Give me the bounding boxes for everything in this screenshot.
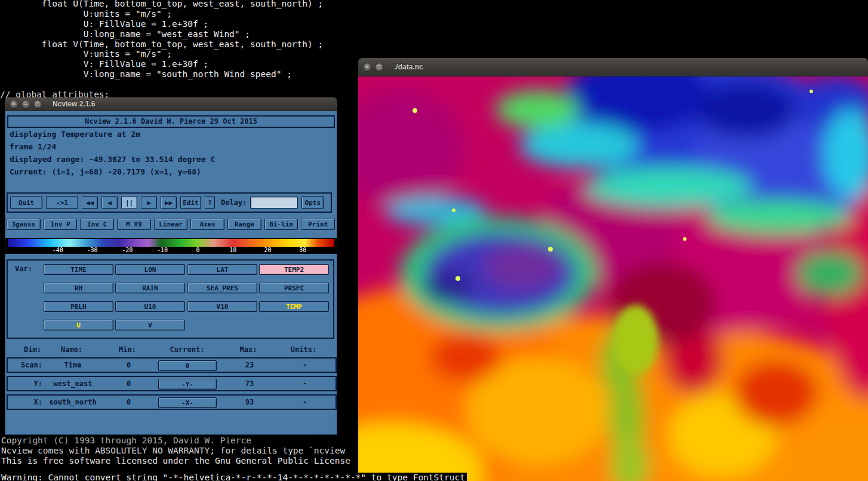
terminal-line: V:long_name = "south_north Wind speed" ; [0, 69, 323, 79]
axes-button[interactable]: Axes [190, 219, 224, 230]
dim-row-y: Y: west_east 0 -Y- 73 - [7, 376, 337, 391]
step-forward-button[interactable]: ▶ [141, 196, 157, 209]
var-label: Var: [15, 265, 32, 273]
close-icon[interactable]: × [363, 63, 372, 72]
dim-max: 23 [223, 359, 276, 372]
terminal-line: U:units = "m/s" ; [0, 9, 323, 19]
var-button-u10[interactable]: U10 [115, 301, 185, 312]
interpolation-button[interactable]: Bi-lin [264, 219, 298, 230]
data-viewer-title: ./data.nc [394, 63, 423, 71]
minimize-icon[interactable]: – [21, 100, 30, 109]
dim-min: 0 [103, 377, 154, 390]
dim-units: - [276, 377, 333, 390]
terminal-output-bottom: Copyright (C) 1993 through 2015, David W… [1, 436, 350, 466]
status-current-value: Current: (i=1, j=68) -20.7179 (x=1, y=68… [10, 167, 201, 176]
delay-input[interactable] [250, 197, 298, 209]
dim-header-units: Units: [275, 345, 332, 354]
range-button[interactable]: Range [227, 219, 261, 230]
data-viewer-titlebar[interactable]: × □ ./data.nc [358, 58, 868, 76]
var-button-lat[interactable]: LAT [187, 264, 257, 275]
terminal-line: float U(Time, bottom_to_top, west_east, … [0, 0, 323, 9]
terminal-output-top: float U(Time, bottom_to_top, west_east, … [0, 0, 323, 100]
status-range: displayed range: -49.3627 to 33.514 degr… [10, 155, 215, 164]
temperature-map [358, 76, 868, 481]
dim-current-button[interactable]: 0 [158, 360, 217, 371]
terminal-line: V:units = "m/s" ; [0, 49, 323, 59]
dim-header-dim: Dim: [7, 345, 41, 354]
dim-header-name: Name: [41, 345, 102, 354]
colormap-button[interactable]: 3gauss [7, 219, 41, 230]
colorbar: -40 -30 -20 -10 0 10 20 30 [5, 238, 337, 254]
data-viewer-window: × □ ./data.nc [358, 58, 868, 481]
var-button-sea-pres[interactable]: SEA_PRES [187, 283, 257, 293]
dim-max: 93 [223, 396, 276, 409]
step-back-button[interactable]: ◀ [101, 196, 118, 209]
dim-units: - [276, 359, 333, 372]
dim-row-x: X: south_north 0 -X- 93 - [7, 394, 337, 410]
var-button-v[interactable]: V [115, 320, 185, 330]
dim-min: 0 [103, 396, 154, 409]
opts-button[interactable]: Opts [301, 196, 324, 209]
quit-button[interactable]: Quit [10, 196, 42, 209]
magnify-button[interactable]: M X9 [117, 219, 151, 230]
terminal-line: Copyright (C) 1993 through 2015, David W… [1, 436, 350, 446]
pause-button[interactable]: || [121, 196, 137, 209]
dim-name: south_north [42, 396, 103, 409]
maximize-icon[interactable]: □ [375, 63, 384, 72]
rewind-button[interactable]: ◀◀ [82, 196, 98, 209]
dim-current-button[interactable]: -Y- [158, 379, 217, 390]
terminal-line: U:long_name = "west_east Wind" ; [0, 29, 323, 39]
var-button-temp2[interactable]: TEMP2 [259, 264, 329, 275]
close-icon[interactable]: × [10, 100, 19, 109]
dim-row-scan: Scan: Time 0 0 23 - [7, 357, 337, 373]
edit-button[interactable]: Edit [180, 196, 201, 209]
var-button-rh[interactable]: RH [44, 283, 113, 293]
help-button[interactable]: ? [205, 196, 215, 209]
dim-name: Time [42, 359, 103, 372]
ncview-titlebar[interactable]: × – □ Ncview 2.1.6 [5, 97, 337, 111]
dim-header-current: Current: [153, 345, 221, 354]
terminal-warning-line: Warning: Cannot convert string "-*-helve… [0, 473, 467, 481]
dim-table-header: Dim: Name: Min: Current: Max: Units: [7, 345, 337, 354]
ncview-window-title: Ncview 2.1.6 [53, 100, 95, 108]
terminal-line: Ncview comes with ABSOLUTELY NO WARRANTY… [1, 446, 350, 456]
delay-label: Delay: [221, 196, 247, 209]
var-button-time[interactable]: TIME [44, 264, 113, 275]
dim-label: Y: [8, 377, 42, 390]
var-button-pblh[interactable]: PBLH [44, 301, 113, 312]
colorbar-tick: 20 [264, 247, 272, 253]
dim-current-button[interactable]: -X- [158, 397, 217, 408]
fast-forward-button[interactable]: ▶▶ [161, 196, 177, 209]
dim-min: 0 [103, 359, 154, 372]
transform-button[interactable]: Linear [154, 219, 188, 230]
version-banner: Ncview 2.1.6 David W. Pierce 29 Oct 2015 [7, 115, 335, 128]
map-canvas[interactable] [358, 76, 868, 481]
dim-name: west_east [42, 377, 103, 390]
colorbar-tick: -10 [157, 247, 168, 253]
var-button-prsfc[interactable]: PRSFC [259, 283, 329, 293]
invert-colors-button[interactable]: Inv C [80, 219, 114, 230]
colorbar-tick: 0 [196, 247, 199, 253]
colorbar-tick: -30 [87, 247, 97, 253]
status-frame: frame 1/24 [10, 142, 56, 151]
colorbar-gradient[interactable] [8, 239, 334, 247]
invert-physical-button[interactable]: Inv P [44, 219, 78, 230]
print-button[interactable]: Print [301, 219, 335, 230]
dim-header-min: Min: [102, 345, 153, 354]
var-button-temp[interactable]: TEMP [259, 301, 329, 312]
transport-controls: Quit ->1 ◀◀ ◀ || ▶ ▶▶ Edit ? Delay: Opts [7, 192, 332, 213]
status-displaying: displaying Temperature at 2m [10, 130, 140, 139]
terminal-line: This is free software licensed under the… [1, 456, 350, 466]
dim-max: 73 [223, 377, 276, 390]
colorbar-tick: 30 [299, 247, 306, 253]
variable-selector: Var: TIME LON LAT TEMP2 RH RAIN SEA_PRES… [7, 259, 334, 339]
var-button-rain[interactable]: RAIN [115, 283, 185, 293]
var-button-v10[interactable]: V10 [187, 301, 257, 312]
var-button-lon[interactable]: LON [115, 264, 185, 275]
colorbar-tick: -20 [122, 247, 133, 253]
dim-label: X: [8, 396, 42, 409]
var-button-u[interactable]: U [44, 320, 113, 330]
maximize-icon[interactable]: □ [33, 100, 42, 109]
goto-frame1-button[interactable]: ->1 [46, 196, 78, 209]
terminal-line: U:_FillValue = 1.e+30f ; [0, 19, 323, 29]
